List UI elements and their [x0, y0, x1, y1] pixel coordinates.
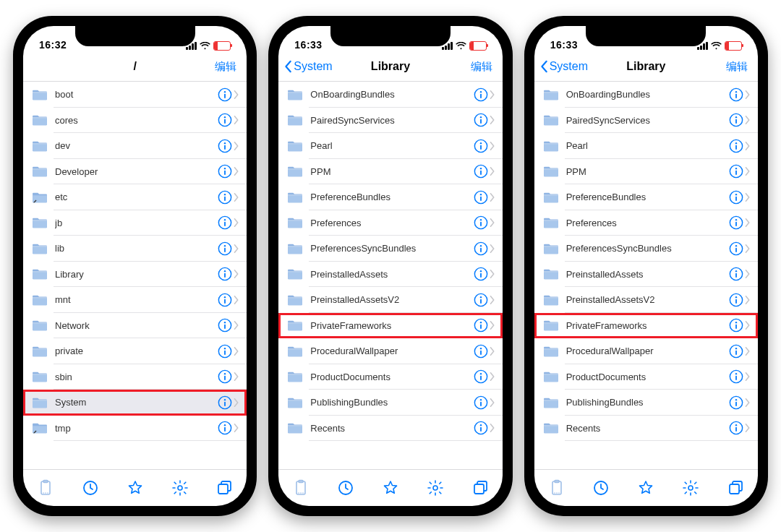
info-icon[interactable]: [729, 113, 743, 127]
info-icon[interactable]: [474, 421, 488, 435]
info-icon[interactable]: [729, 87, 743, 102]
info-icon[interactable]: [474, 113, 488, 127]
list-item[interactable]: jb: [23, 210, 247, 236]
list-item[interactable]: Recents: [278, 416, 502, 442]
list-item[interactable]: PPM: [278, 159, 502, 185]
list-item[interactable]: PairedSyncServices: [534, 108, 758, 134]
list-item[interactable]: PreinstalledAssets: [278, 262, 502, 288]
list-item[interactable]: PrivateFrameworks: [534, 313, 758, 339]
tab-clock[interactable]: [68, 470, 113, 506]
list-item[interactable]: cores: [23, 108, 247, 134]
info-icon[interactable]: [218, 267, 232, 281]
info-icon[interactable]: [218, 87, 232, 102]
info-icon[interactable]: [474, 164, 488, 179]
tab-clock[interactable]: [323, 470, 368, 506]
tab-windows[interactable]: [458, 470, 503, 506]
info-icon[interactable]: [218, 395, 232, 410]
edit-button[interactable]: 编辑: [471, 60, 492, 74]
edit-button[interactable]: 编辑: [215, 60, 236, 74]
info-icon[interactable]: [218, 139, 232, 153]
info-icon[interactable]: [218, 241, 232, 256]
list-item[interactable]: lib: [23, 236, 247, 262]
list-item[interactable]: OnBoardingBundles: [534, 82, 758, 108]
list-item[interactable]: ProceduralWallpaper: [534, 338, 758, 364]
info-icon[interactable]: [729, 293, 743, 307]
list-item[interactable]: PreinstalledAssets: [534, 262, 758, 288]
list-item[interactable]: ProductDocuments: [534, 364, 758, 390]
list-item[interactable]: PreferenceBundles: [534, 184, 758, 210]
info-icon[interactable]: [474, 190, 488, 205]
info-icon[interactable]: [729, 241, 743, 256]
info-icon[interactable]: [729, 344, 743, 359]
list-item[interactable]: Pearl: [278, 133, 502, 159]
list-item[interactable]: Library: [23, 262, 247, 288]
tab-windows[interactable]: [202, 470, 247, 506]
info-icon[interactable]: [474, 369, 488, 384]
list-item[interactable]: etc: [23, 184, 247, 210]
info-icon[interactable]: [218, 113, 232, 127]
tab-windows[interactable]: [713, 470, 758, 506]
list-item[interactable]: sbin: [23, 364, 247, 390]
tab-star[interactable]: [113, 470, 158, 506]
info-icon[interactable]: [218, 344, 232, 359]
list-item[interactable]: PreinstalledAssetsV2: [534, 287, 758, 313]
info-icon[interactable]: [729, 369, 743, 384]
info-icon[interactable]: [729, 190, 743, 205]
info-icon[interactable]: [474, 293, 488, 307]
info-icon[interactable]: [218, 164, 232, 179]
tab-clipboard[interactable]: [278, 470, 323, 506]
info-icon[interactable]: [218, 215, 232, 230]
list-item[interactable]: PairedSyncServices: [278, 108, 502, 134]
info-icon[interactable]: [474, 267, 488, 281]
list-item[interactable]: mnt: [23, 287, 247, 313]
list-item[interactable]: PreferenceBundles: [278, 184, 502, 210]
list-item[interactable]: ProductDocuments: [278, 364, 502, 390]
list-item[interactable]: Pearl: [534, 133, 758, 159]
tab-clipboard[interactable]: [534, 470, 579, 506]
info-icon[interactable]: [474, 87, 488, 102]
list-item[interactable]: OnBoardingBundles: [278, 82, 502, 108]
info-icon[interactable]: [474, 241, 488, 256]
tab-star[interactable]: [623, 470, 668, 506]
file-list[interactable]: OnBoardingBundlesPairedSyncServicesPearl…: [278, 82, 502, 469]
info-icon[interactable]: [218, 293, 232, 307]
list-item[interactable]: PreferencesSyncBundles: [534, 236, 758, 262]
info-icon[interactable]: [474, 139, 488, 153]
list-item[interactable]: PPM: [534, 159, 758, 185]
list-item[interactable]: PrivateFrameworks: [278, 313, 502, 339]
tab-gear[interactable]: [158, 470, 202, 506]
list-item[interactable]: boot: [23, 82, 247, 108]
list-item[interactable]: PublishingBundles: [278, 390, 502, 416]
tab-gear[interactable]: [413, 470, 458, 506]
info-icon[interactable]: [474, 318, 488, 332]
list-item[interactable]: Preferences: [534, 210, 758, 236]
info-icon[interactable]: [729, 139, 743, 153]
list-item[interactable]: PreferencesSyncBundles: [278, 236, 502, 262]
info-icon[interactable]: [218, 421, 232, 435]
edit-button[interactable]: 编辑: [726, 60, 748, 74]
list-item[interactable]: Network: [23, 313, 247, 339]
info-icon[interactable]: [729, 164, 743, 179]
file-list[interactable]: OnBoardingBundlesPairedSyncServicesPearl…: [534, 82, 758, 469]
list-item[interactable]: tmp: [23, 416, 247, 442]
tab-clipboard[interactable]: [23, 470, 68, 506]
info-icon[interactable]: [729, 267, 743, 281]
list-item[interactable]: Recents: [534, 416, 758, 442]
list-item[interactable]: dev: [23, 133, 247, 159]
list-item[interactable]: Preferences: [278, 210, 502, 236]
list-item[interactable]: PublishingBundles: [534, 390, 758, 416]
list-item[interactable]: ProceduralWallpaper: [278, 338, 502, 364]
info-icon[interactable]: [218, 369, 232, 384]
list-item[interactable]: Developer: [23, 159, 247, 185]
info-icon[interactable]: [729, 318, 743, 332]
info-icon[interactable]: [218, 190, 232, 205]
info-icon[interactable]: [474, 215, 488, 230]
list-item[interactable]: PreinstalledAssetsV2: [278, 287, 502, 313]
tab-clock[interactable]: [579, 470, 624, 506]
tab-gear[interactable]: [668, 470, 713, 506]
info-icon[interactable]: [729, 395, 743, 410]
list-item[interactable]: System: [23, 390, 247, 416]
info-icon[interactable]: [474, 344, 488, 359]
info-icon[interactable]: [729, 421, 743, 435]
info-icon[interactable]: [218, 318, 232, 332]
